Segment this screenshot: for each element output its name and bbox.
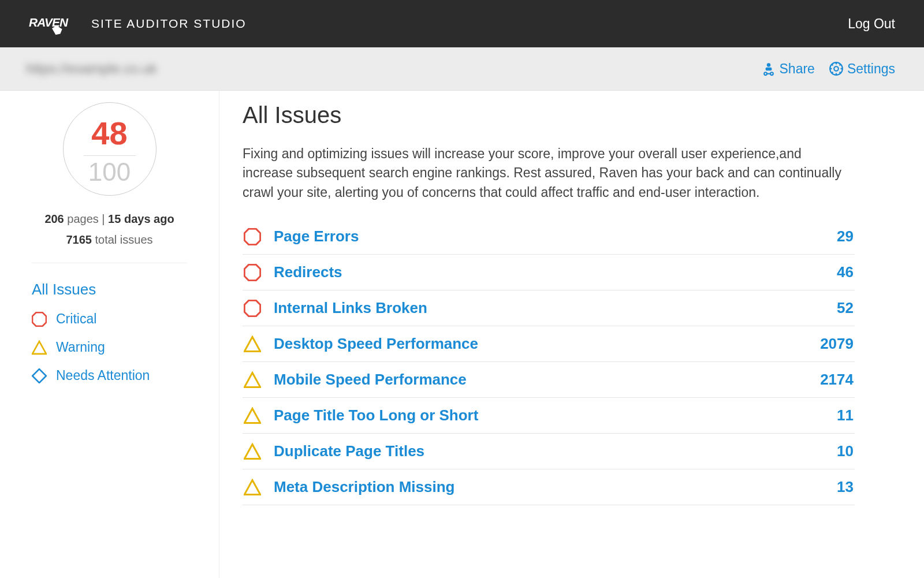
issue-label: Desktop Speed Performance <box>274 335 820 353</box>
issue-count: 46 <box>837 263 854 281</box>
issue-count: 13 <box>837 478 854 496</box>
issues-list: Page Errors29Redirects46Internal Links B… <box>243 223 855 505</box>
svg-point-6 <box>764 72 767 75</box>
critical-icon <box>244 264 261 281</box>
crawl-stats: 206 pages | 15 days ago 7165 total issue… <box>44 208 174 250</box>
diamond-icon <box>32 368 47 383</box>
issue-label: Page Errors <box>274 228 837 245</box>
issue-row[interactable]: Meta Description Missing13 <box>243 469 855 505</box>
total-issues-label: total issues <box>92 233 153 246</box>
score-divider <box>84 155 136 156</box>
issue-count: 29 <box>837 228 854 245</box>
app-title: SITE AUDITOR STUDIO <box>91 17 247 31</box>
content: All Issues Fixing and optimizing issues … <box>219 91 924 578</box>
intro-text: Fixing and optimizing issues will increa… <box>243 144 855 202</box>
settings-label: Settings <box>847 61 895 77</box>
issue-row[interactable]: Duplicate Page Titles10 <box>243 434 855 469</box>
svg-rect-5 <box>765 68 772 70</box>
nav-warning[interactable]: Warning <box>32 340 187 355</box>
issue-label: Page Title Too Long or Short <box>274 407 837 424</box>
issue-count: 11 <box>837 407 854 424</box>
issue-count: 2174 <box>820 371 854 389</box>
issue-label: Internal Links Broken <box>274 299 837 317</box>
crawled-ago: 15 days ago <box>108 212 174 225</box>
issue-count: 10 <box>837 442 854 460</box>
sidebar: 48 100 206 pages | 15 days ago 7165 tota… <box>0 91 219 578</box>
main: 48 100 206 pages | 15 days ago 7165 tota… <box>0 91 924 578</box>
critical-icon <box>244 228 261 245</box>
pages-label: pages | <box>64 212 108 225</box>
sidebar-nav: All Issues Critical Warning Needs Attent… <box>32 281 187 383</box>
warning-icon <box>244 407 261 424</box>
issue-count: 2079 <box>820 335 854 353</box>
nav-attention-label: Needs Attention <box>56 368 150 383</box>
score-gauge: 48 100 <box>63 102 157 196</box>
svg-point-7 <box>770 72 773 75</box>
sidebar-divider <box>32 263 187 263</box>
nav-warning-label: Warning <box>56 340 105 355</box>
issue-count: 52 <box>837 299 854 317</box>
svg-point-4 <box>766 63 770 67</box>
issue-label: Redirects <box>274 263 837 281</box>
issue-row[interactable]: Page Errors29 <box>243 223 855 255</box>
critical-icon <box>244 300 261 317</box>
warning-icon <box>244 371 261 389</box>
nav-critical[interactable]: Critical <box>32 311 187 327</box>
nav-all-issues[interactable]: All Issues <box>32 281 187 299</box>
settings-button[interactable]: Settings <box>829 61 895 77</box>
pages-count: 206 <box>44 212 64 225</box>
issue-row[interactable]: Internal Links Broken52 <box>243 290 855 326</box>
svg-text:RAVEN: RAVEN <box>29 16 69 29</box>
warning-icon <box>244 479 261 496</box>
octagon-icon <box>32 312 47 327</box>
header-left: RAVEN SITE AUDITOR STUDIO <box>29 9 247 38</box>
share-button[interactable]: Share <box>761 61 815 77</box>
nav-critical-label: Critical <box>56 311 96 327</box>
share-icon <box>761 61 776 76</box>
triangle-icon <box>32 340 47 355</box>
issue-row[interactable]: Desktop Speed Performance2079 <box>243 326 855 362</box>
issue-row[interactable]: Mobile Speed Performance2174 <box>243 362 855 398</box>
score-max: 100 <box>88 159 131 185</box>
nav-attention[interactable]: Needs Attention <box>32 368 187 383</box>
issue-row[interactable]: Page Title Too Long or Short11 <box>243 398 855 434</box>
sub-header: https://example.co.uk Share <box>0 47 924 91</box>
svg-point-10 <box>834 66 839 71</box>
issue-label: Mobile Speed Performance <box>274 371 820 389</box>
issue-label: Duplicate Page Titles <box>274 442 837 460</box>
total-issues-count: 7165 <box>66 233 92 246</box>
share-label: Share <box>780 61 815 77</box>
gear-icon <box>829 61 844 76</box>
app-header: RAVEN SITE AUDITOR STUDIO Log Out <box>0 0 924 47</box>
brand-logo: RAVEN <box>29 9 75 38</box>
nav-all-label: All Issues <box>32 281 96 299</box>
logout-link[interactable]: Log Out <box>848 16 895 32</box>
score-value: 48 <box>91 117 127 150</box>
subheader-actions: Share Settings <box>761 61 895 77</box>
issue-label: Meta Description Missing <box>274 478 837 496</box>
warning-icon <box>244 335 261 353</box>
site-url: https://example.co.uk <box>26 61 157 77</box>
warning-icon <box>244 443 261 460</box>
page-title: All Issues <box>243 102 855 128</box>
issue-row[interactable]: Redirects46 <box>243 255 855 290</box>
